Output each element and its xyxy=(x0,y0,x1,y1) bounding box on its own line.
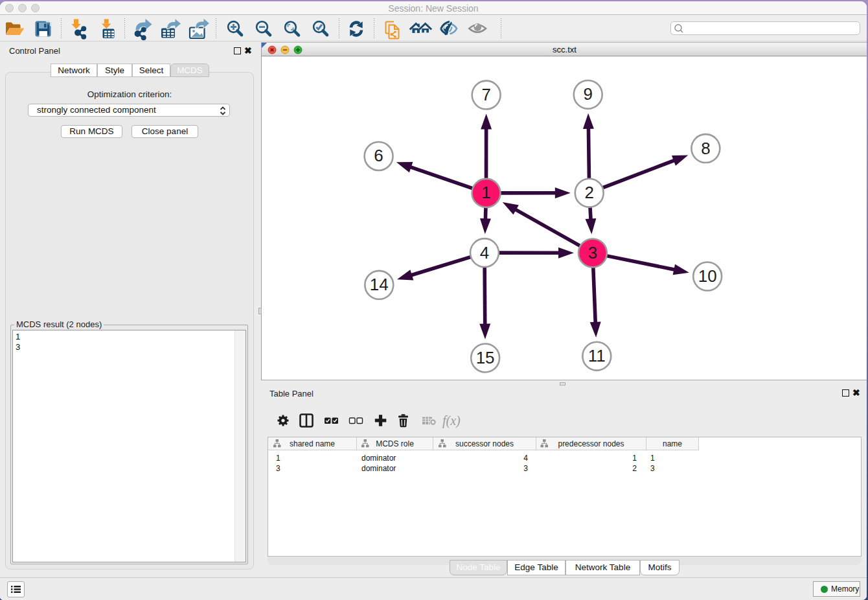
svg-text:6: 6 xyxy=(374,146,383,165)
svg-text:9: 9 xyxy=(584,85,593,103)
svg-text:f(x): f(x) xyxy=(442,413,461,428)
svg-text:15: 15 xyxy=(476,348,495,366)
svg-text:2: 2 xyxy=(585,183,594,202)
svg-text:1: 1 xyxy=(481,183,490,202)
svg-text:11: 11 xyxy=(588,347,606,365)
svg-text:4: 4 xyxy=(480,243,489,261)
svg-text:3: 3 xyxy=(588,243,597,261)
svg-text:10: 10 xyxy=(698,267,717,285)
svg-text:7: 7 xyxy=(481,86,490,104)
svg-text:14: 14 xyxy=(370,275,389,294)
svg-text:8: 8 xyxy=(701,139,710,157)
